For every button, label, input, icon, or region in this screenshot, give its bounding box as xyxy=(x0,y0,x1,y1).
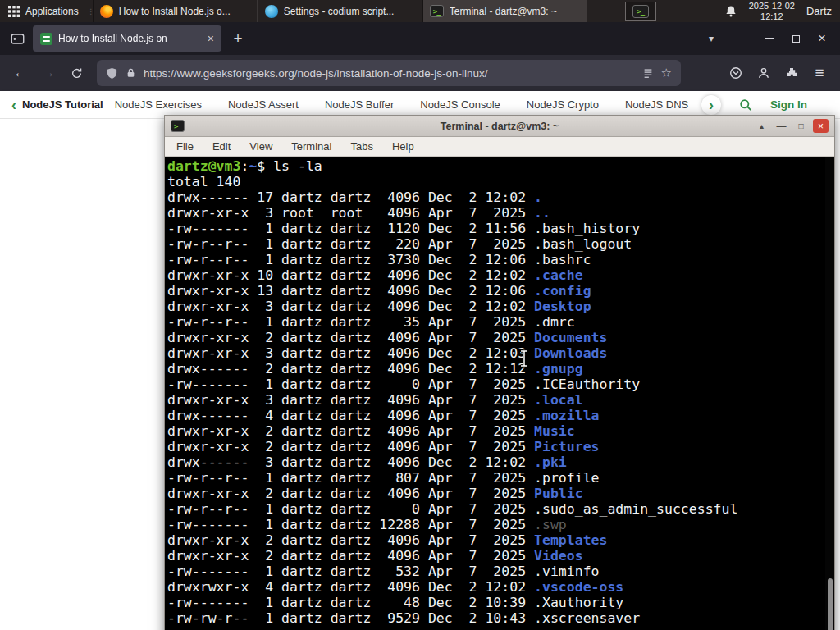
lock-icon[interactable] xyxy=(126,67,136,79)
sign-in-button[interactable]: Sign In xyxy=(770,98,807,111)
url-text[interactable]: https://www.geeksforgeeks.org/node-js/in… xyxy=(144,67,635,80)
browser-tab-active[interactable]: How to Install Node.js on × xyxy=(33,25,221,52)
panel-username[interactable]: Dartz xyxy=(806,5,832,17)
task-button-firefox[interactable]: How to Install Node.js o... xyxy=(93,0,258,22)
terminal-scrollbar[interactable] xyxy=(825,157,834,630)
menu-hamburger-icon[interactable]: ≡ xyxy=(806,60,833,86)
gfg-link[interactable]: NodeJS DNS xyxy=(625,98,688,111)
terminal-line: drwxr-xr-x 2 dartz dartz 4096 Apr 7 2025… xyxy=(167,532,823,548)
close-window-button[interactable]: × xyxy=(813,119,829,133)
url-bar[interactable]: https://www.geeksforgeeks.org/node-js/in… xyxy=(97,60,681,86)
new-tab-button[interactable]: + xyxy=(226,27,249,50)
terminal-titlebar[interactable]: Terminal - dartz@vm3: ~ ▴ — □ × xyxy=(165,116,834,137)
terminal-line: -rw-r--r-- 1 dartz dartz 807 Apr 7 2025 … xyxy=(167,470,823,486)
gfg-link[interactable]: NodeJS Assert xyxy=(228,98,299,111)
gfg-link[interactable]: NodeJS Buffer xyxy=(325,98,394,111)
bookmark-star-icon[interactable]: ☆ xyxy=(661,66,672,80)
terminal-icon xyxy=(430,5,444,17)
terminal-line: -rw------- 1 dartz dartz 0 Apr 7 2025 .I… xyxy=(167,377,823,392)
tray-terminal-launcher[interactable] xyxy=(625,2,656,21)
terminal-line: drwxr-xr-x 10 dartz dartz 4096 Dec 2 12:… xyxy=(167,267,823,283)
terminal-line: drwxr-xr-x 3 dartz dartz 4096 Apr 7 2025… xyxy=(167,392,823,408)
extensions-puzzle-icon[interactable] xyxy=(778,60,806,86)
terminal-body[interactable]: dartz@vm3:~$ ls -latotal 140drwx------ 1… xyxy=(165,157,834,630)
forward-button[interactable]: → xyxy=(34,60,62,86)
nav-scroll-right-button[interactable]: › xyxy=(701,95,721,115)
reload-button[interactable] xyxy=(62,60,90,86)
tracking-shield-icon[interactable] xyxy=(106,67,118,80)
maximize-window-button[interactable]: □ xyxy=(793,119,809,133)
top-panel: Applications ⋮ How to Install Node.js o.… xyxy=(0,0,840,22)
menu-terminal[interactable]: Terminal xyxy=(291,140,331,153)
menu-file[interactable]: File xyxy=(176,140,194,153)
gfg-nav-links: NodeJS Exercises NodeJS Assert NodeJS Bu… xyxy=(115,98,692,111)
menu-tabs[interactable]: Tabs xyxy=(350,140,372,153)
terminal-line: -rw------- 1 dartz dartz 48 Dec 2 10:39 … xyxy=(167,595,823,610)
account-icon[interactable] xyxy=(750,60,778,86)
terminal-line: drwx------ 17 dartz dartz 4096 Dec 2 12:… xyxy=(167,189,823,205)
gfg-header-right: › Sign In xyxy=(701,95,829,115)
applications-label: Applications xyxy=(25,6,79,17)
menu-help[interactable]: Help xyxy=(392,140,414,153)
terminal-line: drwxr-xr-x 2 dartz dartz 4096 Apr 7 2025… xyxy=(167,548,823,564)
terminal-line: drwx------ 3 dartz dartz 4096 Dec 2 12:0… xyxy=(167,454,823,470)
terminal-line: drwxr-xr-x 2 dartz dartz 4096 Apr 7 2025… xyxy=(167,439,823,454)
window-minimize-button[interactable] xyxy=(756,27,783,50)
notification-bell-icon[interactable] xyxy=(724,5,737,18)
terminal-line: -rw------- 1 dartz dartz 1120 Dec 2 11:5… xyxy=(167,221,823,236)
terminal-line: -rw-rw-r-- 1 dartz dartz 9529 Dec 2 10:4… xyxy=(167,610,823,626)
menu-view[interactable]: View xyxy=(249,140,272,153)
terminal-line: drwx------ 2 dartz dartz 4096 Dec 2 12:1… xyxy=(167,361,823,377)
applications-grid-icon xyxy=(8,6,20,17)
reader-mode-icon[interactable] xyxy=(642,67,654,79)
terminal-line: drwxrwxr-x 4 dartz dartz 4096 Dec 2 12:0… xyxy=(167,579,823,595)
search-icon[interactable] xyxy=(739,98,752,112)
scrollbar-thumb[interactable] xyxy=(828,578,833,630)
window-close-button[interactable]: × xyxy=(809,27,835,50)
tab-bar: How to Install Node.js on × + ▾ × xyxy=(0,22,840,55)
codium-icon xyxy=(265,5,278,18)
tab-title: How to Install Node.js on xyxy=(58,33,202,44)
clock-date: 2025-12-02 xyxy=(749,1,795,11)
terminal-line: total 140 xyxy=(167,174,823,189)
window-maximize-button[interactable] xyxy=(783,27,809,50)
terminal-line: -rw-r--r-- 1 dartz dartz 35 Apr 7 2025 .… xyxy=(167,314,823,330)
task-label: Settings - codium script... xyxy=(284,6,395,17)
gfg-link[interactable]: NodeJS Crypto xyxy=(527,98,599,111)
tab-close-icon[interactable]: × xyxy=(208,33,214,44)
list-all-tabs-icon[interactable]: ▾ xyxy=(701,33,722,44)
task-button-terminal[interactable]: Terminal - dartz@vm3: ~ xyxy=(422,0,587,22)
terminal-line: drwxr-xr-x 2 dartz dartz 4096 Apr 7 2025… xyxy=(167,330,823,345)
terminal-icon xyxy=(171,120,185,132)
shade-window-button[interactable]: ▴ xyxy=(754,119,769,133)
menu-edit[interactable]: Edit xyxy=(212,140,231,153)
terminal-window: Terminal - dartz@vm3: ~ ▴ — □ × File Edi… xyxy=(164,115,835,630)
task-button-codium-settings[interactable]: Settings - codium script... xyxy=(258,0,422,22)
terminal-line: drwxr-xr-x 2 dartz dartz 4096 Apr 7 2025… xyxy=(167,486,823,501)
firefox-icon xyxy=(100,5,113,18)
nav-scroll-left-icon[interactable]: ‹ xyxy=(11,98,16,112)
task-label: Terminal - dartz@vm3: ~ xyxy=(450,6,557,17)
panel-status-area: 2025-12-02 12:12 Dartz xyxy=(724,0,840,22)
terminal-icon xyxy=(632,5,649,18)
terminal-line: dartz@vm3:~$ ls -la xyxy=(167,158,823,174)
chevron-right-icon: › xyxy=(709,98,714,112)
gfg-link[interactable]: NodeJS Console xyxy=(420,98,500,111)
terminal-line: -rw-r--r-- 1 dartz dartz 0 Apr 7 2025 .s… xyxy=(167,501,823,517)
panel-clock[interactable]: 2025-12-02 12:12 xyxy=(749,1,795,21)
navigation-toolbar: ← → https://www.geeksforgeeks.org/node-j… xyxy=(0,55,840,91)
geeksforgeeks-favicon xyxy=(40,33,52,45)
back-button[interactable]: ← xyxy=(7,60,34,86)
task-label: How to Install Node.js o... xyxy=(119,6,231,17)
applications-menu-button[interactable]: Applications xyxy=(0,0,89,22)
terminal-line: drwxr-xr-x 3 dartz dartz 4096 Dec 2 12:0… xyxy=(167,299,823,314)
terminal-line: -rw------- 1 dartz dartz 12288 Apr 7 202… xyxy=(167,517,823,532)
ibeam-cursor xyxy=(518,349,530,368)
gfg-section-title[interactable]: NodeJS Tutorial xyxy=(22,98,103,111)
minimize-window-button[interactable]: — xyxy=(774,119,789,133)
pocket-icon[interactable] xyxy=(722,60,750,86)
firefox-view-button[interactable] xyxy=(5,26,30,51)
terminal-line: -rw-r--r-- 1 dartz dartz 220 Apr 7 2025 … xyxy=(167,236,823,252)
desktop: Applications ⋮ How to Install Node.js o.… xyxy=(0,0,840,630)
gfg-link[interactable]: NodeJS Exercises xyxy=(115,98,202,111)
